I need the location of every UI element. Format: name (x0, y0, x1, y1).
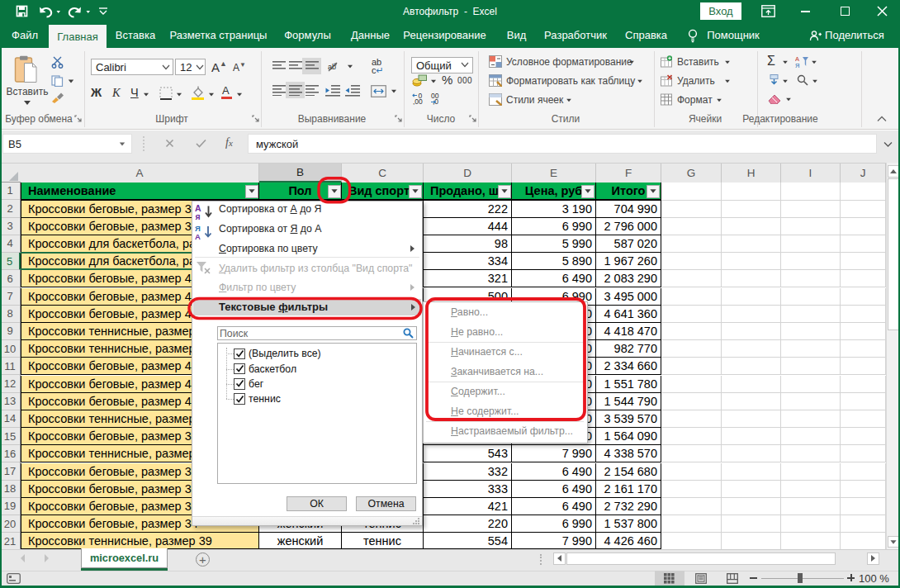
svg-text:А: А (195, 232, 201, 240)
svg-text:,00: ,00 (413, 97, 423, 105)
svg-text:ab: ab (328, 63, 336, 71)
svg-text:Я: Я (795, 62, 799, 68)
svg-text:,0: ,0 (433, 97, 438, 105)
svg-text:я: я (196, 211, 201, 220)
